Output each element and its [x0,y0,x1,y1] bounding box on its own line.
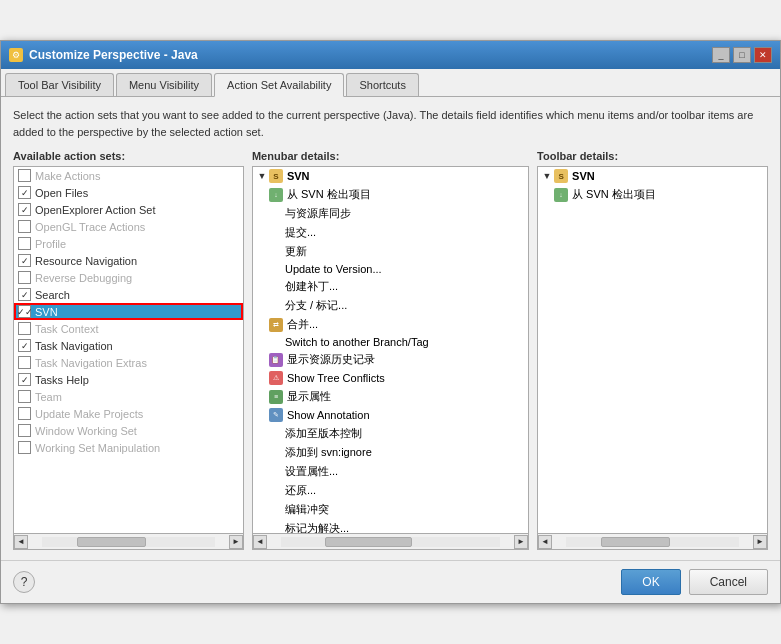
list-item[interactable]: Working Set Manipulation [14,439,243,456]
tree-label: 与资源库同步 [285,206,351,221]
available-hscroll[interactable]: ◄ ► [13,534,244,550]
list-item[interactable]: Resource Navigation [14,252,243,269]
item-label: Task Navigation [35,340,113,352]
description-text: Select the action sets that you want to … [13,107,768,140]
list-item-svn[interactable]: ✓ SVN [14,303,243,320]
scroll-left-btn[interactable]: ◄ [253,535,267,549]
scroll-right-btn[interactable]: ► [753,535,767,549]
tree-item[interactable]: 添加至版本控制 [253,424,528,443]
checkbox-tasknav[interactable] [18,339,31,352]
tree-item[interactable]: 添加到 svn:ignore [253,443,528,462]
checkbox-windowworkingset[interactable] [18,424,31,437]
tree-label: 显示属性 [287,389,331,404]
tree-item[interactable]: 与资源库同步 [253,204,528,223]
close-button[interactable]: ✕ [754,47,772,63]
tree-item[interactable]: ↓ 从 SVN 检出项目 [253,185,528,204]
checkbox-openfiles[interactable] [18,186,31,199]
list-item[interactable]: OpenExplorer Action Set [14,201,243,218]
checkbox-updatemake[interactable] [18,407,31,420]
tree-label: 合并... [287,317,318,332]
available-label: Available action sets: [13,150,244,162]
checkbox-opengl[interactable] [18,220,31,233]
item-label: Resource Navigation [35,255,137,267]
tree-item[interactable]: 标记为解决... [253,519,528,534]
checkbox-tasknavextras[interactable] [18,356,31,369]
menubar-hscroll[interactable]: ◄ ► [252,534,529,550]
tree-label: 分支 / 标记... [285,298,347,313]
list-item[interactable]: Task Navigation Extras [14,354,243,371]
toolbar-hscroll[interactable]: ◄ ► [537,534,768,550]
tree-item[interactable]: 分支 / 标记... [253,296,528,315]
tree-item[interactable]: 编辑冲突 [253,500,528,519]
list-item[interactable]: Tasks Help [14,371,243,388]
window-icon: ⚙ [9,48,23,62]
checkbox-workingsetmanip[interactable] [18,441,31,454]
checkbox-openexplorer[interactable] [18,203,31,216]
tree-item[interactable]: ⚠ Show Tree Conflicts [253,369,528,387]
scroll-right-btn[interactable]: ► [229,535,243,549]
tree-item[interactable]: Switch to another Branch/Tag [253,334,528,350]
title-controls: _ □ ✕ [712,47,772,63]
list-item[interactable]: Open Files [14,184,243,201]
tree-label: 编辑冲突 [285,502,329,517]
tree-item[interactable]: 还原... [253,481,528,500]
checkbox-taskcontext[interactable] [18,322,31,335]
list-item[interactable]: Reverse Debugging [14,269,243,286]
scroll-left-btn[interactable]: ◄ [538,535,552,549]
tab-menu-visibility[interactable]: Menu Visibility [116,73,212,96]
toolbar-list[interactable]: ▼ S SVN ↓ 从 SVN 检出项目 [537,166,768,534]
list-item[interactable]: Window Working Set [14,422,243,439]
tree-item[interactable]: 创建补丁... [253,277,528,296]
list-item[interactable]: Update Make Projects [14,405,243,422]
tree-label: SVN [572,170,595,182]
scroll-left-btn[interactable]: ◄ [14,535,28,549]
list-item[interactable]: Profile [14,235,243,252]
tree-item[interactable]: 设置属性... [253,462,528,481]
item-label: OpenGL Trace Actions [35,221,145,233]
tree-item[interactable]: 📋 显示资源历史记录 [253,350,528,369]
tree-item[interactable]: ✎ Show Annotation [253,406,528,424]
tab-toolbar-visibility[interactable]: Tool Bar Visibility [5,73,114,96]
expand-icon[interactable]: ▼ [257,171,267,181]
checkbox-resourcenav[interactable] [18,254,31,267]
checkbox-profile[interactable] [18,237,31,250]
help-button[interactable]: ? [13,571,35,593]
tab-shortcuts[interactable]: Shortcuts [346,73,418,96]
tree-item[interactable]: Update to Version... [253,261,528,277]
list-item[interactable]: Task Context [14,320,243,337]
three-panel-layout: Available action sets: Make Actions Open… [13,150,768,550]
list-item[interactable]: Team [14,388,243,405]
list-item[interactable]: Make Actions [14,167,243,184]
tree-item[interactable]: ⇄ 合并... [253,315,528,334]
tree-item[interactable]: ≡ 显示属性 [253,387,528,406]
cancel-button[interactable]: Cancel [689,569,768,595]
tree-item[interactable]: 更新 [253,242,528,261]
divider-1 [244,150,252,550]
tree-item-toolbar-svn-group[interactable]: ▼ S SVN [538,167,767,185]
tree-label: SVN [287,170,310,182]
checkbox-team[interactable] [18,390,31,403]
ok-button[interactable]: OK [621,569,680,595]
tree-item[interactable]: ↓ 从 SVN 检出项目 [538,185,767,204]
scroll-right-btn[interactable]: ► [514,535,528,549]
tree-item[interactable]: 提交... [253,223,528,242]
expand-icon[interactable]: ▼ [542,171,552,181]
list-item[interactable]: Search [14,286,243,303]
checkbox-make[interactable] [18,169,31,182]
item-label: Reverse Debugging [35,272,132,284]
checkbox-svn[interactable]: ✓ [18,305,31,318]
checkbox-taskshelp[interactable] [18,373,31,386]
action-buttons: OK Cancel [621,569,768,595]
checkbox-search[interactable] [18,288,31,301]
sub-icon: ✎ [269,408,283,422]
maximize-button[interactable]: □ [733,47,751,63]
list-item[interactable]: Task Navigation [14,337,243,354]
list-item[interactable]: OpenGL Trace Actions [14,218,243,235]
tab-action-set-availability[interactable]: Action Set Availability [214,73,344,97]
minimize-button[interactable]: _ [712,47,730,63]
tree-item-svn-group[interactable]: ▼ S SVN [253,167,528,185]
scroll-track [281,537,500,547]
menubar-list[interactable]: ▼ S SVN ↓ 从 SVN 检出项目 与资源库同步 提交... [252,166,529,534]
checkbox-reversedebug[interactable] [18,271,31,284]
available-list[interactable]: Make Actions Open Files OpenExplorer Act… [13,166,244,534]
